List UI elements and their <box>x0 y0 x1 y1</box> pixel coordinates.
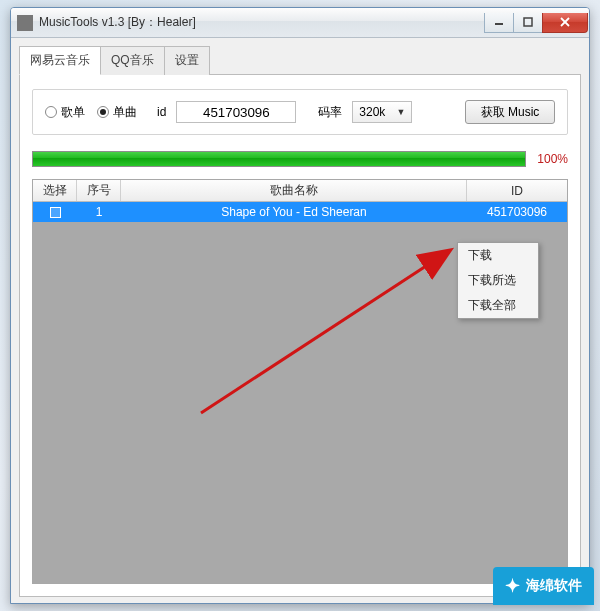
maximize-button[interactable] <box>513 13 543 33</box>
cell-name: Shape of You - Ed Sheeran <box>121 202 467 222</box>
radio-icon <box>97 106 109 118</box>
watermark: ✦ 海绵软件 <box>493 567 594 605</box>
tab-label: 设置 <box>175 53 199 67</box>
checkbox-icon[interactable] <box>50 207 61 218</box>
tab-qq[interactable]: QQ音乐 <box>100 46 165 75</box>
radio-single[interactable]: 单曲 <box>97 104 137 121</box>
dropdown-value: 320k <box>359 105 385 119</box>
content-area: 网易云音乐 QQ音乐 设置 歌单 单曲 id 码率 320k ▼ <box>11 38 589 603</box>
ctx-label: 下载 <box>468 248 492 262</box>
window-title: MusicTools v1.3 [By：Healer] <box>39 14 485 31</box>
table-row[interactable]: 1 Shape of You - Ed Sheeran 451703096 <box>33 202 567 222</box>
sponge-icon: ✦ <box>505 575 520 597</box>
tab-netease[interactable]: 网易云音乐 <box>19 46 101 75</box>
table-header: 选择 序号 歌曲名称 ID <box>33 180 567 202</box>
get-music-button[interactable]: 获取 Music <box>465 100 555 124</box>
progress-row: 100% <box>32 151 568 167</box>
app-icon <box>17 15 33 31</box>
bitrate-label: 码率 <box>318 104 342 121</box>
radio-icon <box>45 106 57 118</box>
radio-playlist[interactable]: 歌单 <box>45 104 85 121</box>
controls-row: 歌单 单曲 id 码率 320k ▼ 获取 Music <box>32 89 568 135</box>
progress-fill <box>33 152 525 166</box>
cell-select[interactable] <box>33 202 77 222</box>
maximize-icon <box>523 17 533 27</box>
ctx-download[interactable]: 下载 <box>458 243 538 268</box>
tab-settings[interactable]: 设置 <box>164 46 210 75</box>
progress-bar <box>32 151 526 167</box>
radio-label: 单曲 <box>113 104 137 121</box>
id-input[interactable] <box>176 101 296 123</box>
radio-label: 歌单 <box>61 104 85 121</box>
tabs: 网易云音乐 QQ音乐 设置 <box>19 46 581 75</box>
close-button[interactable] <box>542 13 588 33</box>
th-name[interactable]: 歌曲名称 <box>121 180 467 201</box>
tab-label: QQ音乐 <box>111 53 154 67</box>
window-buttons <box>485 13 588 33</box>
progress-percent: 100% <box>532 152 568 166</box>
ctx-label: 下载所选 <box>468 273 516 287</box>
th-id[interactable]: ID <box>467 180 567 201</box>
results-table: 选择 序号 歌曲名称 ID 1 Shape of You - Ed Sheera… <box>32 179 568 584</box>
minimize-icon <box>494 17 504 27</box>
chevron-down-icon: ▼ <box>396 107 405 117</box>
cell-id: 451703096 <box>467 202 567 222</box>
svg-rect-1 <box>524 18 532 26</box>
context-menu: 下载 下载所选 下载全部 <box>457 242 539 319</box>
cell-index: 1 <box>77 202 121 222</box>
th-select[interactable]: 选择 <box>33 180 77 201</box>
close-icon <box>559 16 571 28</box>
th-index[interactable]: 序号 <box>77 180 121 201</box>
id-label: id <box>157 105 166 119</box>
tab-label: 网易云音乐 <box>30 53 90 67</box>
ctx-label: 下载全部 <box>468 298 516 312</box>
titlebar[interactable]: MusicTools v1.3 [By：Healer] <box>11 8 589 38</box>
bitrate-dropdown[interactable]: 320k ▼ <box>352 101 412 123</box>
minimize-button[interactable] <box>484 13 514 33</box>
app-window: MusicTools v1.3 [By：Healer] 网易云音乐 QQ音乐 设… <box>10 7 590 604</box>
ctx-download-selected[interactable]: 下载所选 <box>458 268 538 293</box>
watermark-text: 海绵软件 <box>526 577 582 595</box>
ctx-download-all[interactable]: 下载全部 <box>458 293 538 318</box>
tab-body: 歌单 单曲 id 码率 320k ▼ 获取 Music <box>19 74 581 597</box>
button-label: 获取 Music <box>481 105 540 119</box>
